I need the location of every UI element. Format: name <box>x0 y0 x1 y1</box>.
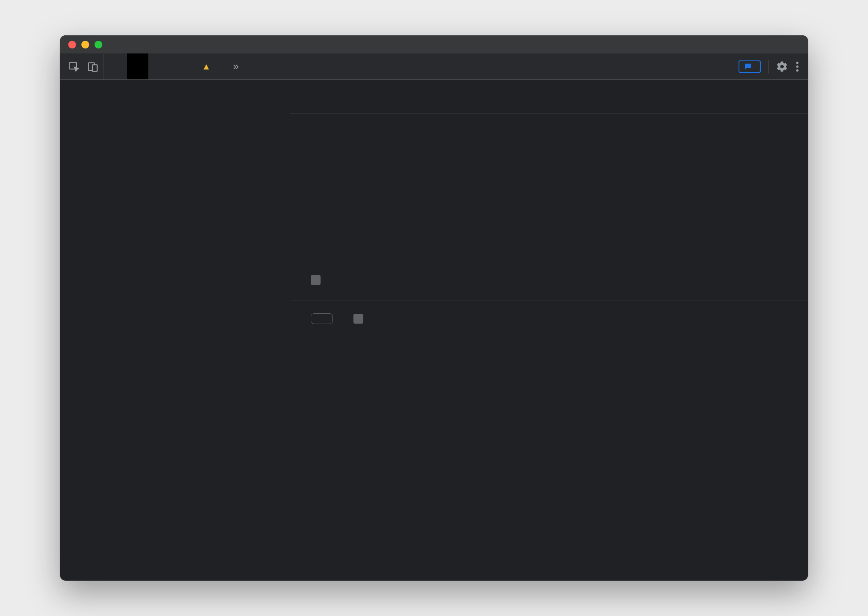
actions-section <box>290 301 808 340</box>
titlebar <box>60 35 808 53</box>
donut-total <box>311 137 434 260</box>
kebab-menu-icon[interactable] <box>796 61 799 72</box>
chart-row <box>311 137 808 260</box>
toolbar-right <box>739 53 808 79</box>
maximize-window-button[interactable] <box>95 41 102 49</box>
usage-donut-chart <box>311 137 434 260</box>
simulate-quota-row <box>311 273 808 285</box>
third-party-row <box>353 314 370 324</box>
panel-tabs: ▲ » <box>106 53 244 79</box>
simulate-quota-checkbox[interactable] <box>311 275 321 285</box>
tab-application[interactable] <box>127 53 148 79</box>
svg-point-3 <box>796 61 799 64</box>
issues-icon <box>743 62 753 71</box>
clear-site-data-button[interactable] <box>311 313 333 324</box>
toolbar-left <box>60 53 104 79</box>
svg-point-5 <box>796 69 799 72</box>
device-toggle-icon[interactable] <box>87 61 99 72</box>
body <box>60 80 808 581</box>
svg-rect-2 <box>92 65 97 71</box>
warning-icon: ▲ <box>202 61 211 72</box>
traffic-lights <box>60 41 102 49</box>
main-header <box>290 80 808 114</box>
tab-console[interactable] <box>148 53 170 79</box>
devtools-window: ▲ » <box>60 35 808 581</box>
tab-network[interactable]: ▲ <box>191 53 226 79</box>
settings-icon[interactable] <box>776 60 788 73</box>
issues-chip[interactable] <box>739 60 761 73</box>
minimize-window-button[interactable] <box>81 41 89 49</box>
tab-sources[interactable] <box>170 53 191 79</box>
chevron-right-double-icon: » <box>233 60 236 73</box>
toolbar: ▲ » <box>60 53 808 80</box>
main-panel <box>290 80 808 581</box>
inspect-icon[interactable] <box>68 61 80 72</box>
tab-elements[interactable] <box>106 53 127 79</box>
sidebar <box>60 80 290 581</box>
close-window-button[interactable] <box>68 41 76 49</box>
tabs-overflow[interactable]: » <box>226 53 244 79</box>
usage-section <box>290 114 808 301</box>
separator <box>768 60 769 74</box>
third-party-checkbox[interactable] <box>353 314 363 324</box>
svg-point-4 <box>796 65 799 68</box>
